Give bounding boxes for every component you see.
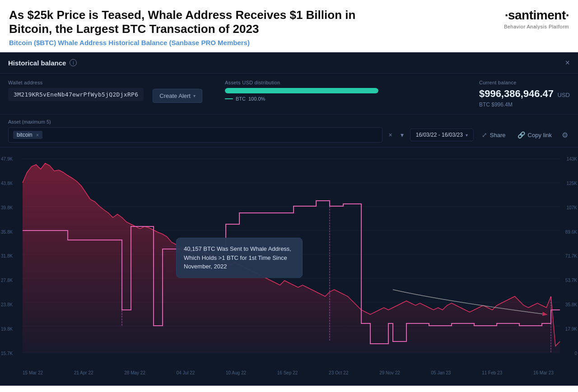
wallet-row: Wallet address 3M219KR5vEneNb47ewrPfWyb5… <box>0 74 578 115</box>
tooltip-text: 40,157 BTC Was Sent to Whale Address, Wh… <box>184 245 291 270</box>
distribution-section: Assets USD distribution BTC 100.0% <box>211 80 452 101</box>
header-right: ·santiment· Behavior Analysis Platform <box>495 8 569 29</box>
distribution-legend: BTC 100.0% <box>225 96 452 101</box>
x-label-8: 29 Nov 22 <box>379 370 400 375</box>
panel-header: Historical balance i × <box>0 52 578 74</box>
historical-balance-panel: Historical balance i × Wallet address 3M… <box>0 52 578 386</box>
panel-title-row: Historical balance i <box>8 59 77 67</box>
balance-btc: BTC $996.4M <box>479 101 570 108</box>
x-label-4: 04 Jul 22 <box>177 370 195 375</box>
santiment-logo: ·santiment· <box>505 8 569 23</box>
dropdown-button[interactable]: ▾ <box>399 131 406 138</box>
x-label-10: 11 Feb 23 <box>482 370 502 375</box>
close-button[interactable]: × <box>565 59 570 67</box>
asset-controls: bitcoin × × ▾ 16/03/22 - 16/03/23 ▾ ⤢ Sh… <box>8 127 570 143</box>
copy-link-label: Copy link <box>528 132 552 138</box>
asset-label: Asset (maximum 5) <box>8 119 570 125</box>
asset-input-box[interactable]: bitcoin × <box>8 127 382 143</box>
panel-title: Historical balance <box>8 59 66 67</box>
create-alert-button[interactable]: Create Alert ▾ <box>153 89 202 103</box>
balance-amount-row: $996,386,946.47 USD <box>479 88 570 100</box>
x-axis: 15 Mar 22 21 Apr 22 28 May 22 04 Jul 22 … <box>0 369 578 377</box>
wallet-label: Wallet address <box>8 80 144 85</box>
distribution-label: Assets USD distribution <box>225 80 452 85</box>
asset-tag-close-icon[interactable]: × <box>36 132 39 138</box>
share-icon: ⤢ <box>482 131 487 138</box>
x-label-5: 10 Aug 22 <box>226 370 246 375</box>
x-label-11: 16 Mar 23 <box>533 370 554 375</box>
page-subtitle: Bitcoin ($BTC) Whale Address Historical … <box>9 39 495 46</box>
x-label-6: 16 Sep 22 <box>277 370 298 375</box>
santiment-tagline: Behavior Analysis Platform <box>504 24 569 29</box>
x-label-9: 05 Jan 23 <box>431 370 451 375</box>
chart-area: 47.9K 43.8K 39.8K 35.8K 31.8K 27.8K 23.8… <box>0 148 578 369</box>
settings-button[interactable]: ⚙ <box>560 129 570 141</box>
x-label-2: 21 Apr 22 <box>74 370 93 375</box>
alert-chevron-icon: ▾ <box>193 93 196 98</box>
balance-label: Current balance <box>479 80 570 85</box>
date-chevron-icon: ▾ <box>466 133 468 138</box>
asset-tag-label: bitcoin <box>17 132 33 138</box>
asset-row: Asset (maximum 5) bitcoin × × ▾ 16/03/22… <box>0 115 578 148</box>
distribution-bar-fill <box>225 88 378 93</box>
btc-legend-dot <box>225 98 233 99</box>
balance-currency: USD <box>558 92 570 98</box>
info-icon[interactable]: i <box>70 59 77 66</box>
asset-tag-bitcoin: bitcoin × <box>13 131 42 139</box>
wallet-address: 3M219KR5vEneNb47ewrPfWyb5jQ2DjxRP6 <box>8 88 144 101</box>
link-icon: 🔗 <box>517 131 525 138</box>
x-label-7: 23 Oct 22 <box>329 370 348 375</box>
wallet-section: Wallet address 3M219KR5vEneNb47ewrPfWyb5… <box>8 80 144 101</box>
clear-button[interactable]: × <box>387 131 394 138</box>
balance-amount: $996,386,946.47 <box>479 88 554 99</box>
legend-asset: BTC <box>236 96 246 101</box>
header-left: As $25k Price is Teased, Whale Address R… <box>9 8 495 46</box>
copy-link-button[interactable]: 🔗 Copy link <box>514 129 555 140</box>
balance-section: Current balance $996,386,946.47 USD BTC … <box>461 80 570 108</box>
x-label-1: 15 Mar 22 <box>23 370 43 375</box>
date-range-label: 16/03/22 - 16/03/23 <box>416 132 463 138</box>
page-header: As $25k Price is Teased, Whale Address R… <box>0 0 578 52</box>
chart-tooltip: 40,157 BTC Was Sent to Whale Address, Wh… <box>176 238 303 278</box>
share-button[interactable]: ⤢ Share <box>478 129 509 140</box>
distribution-bar-container <box>225 88 378 93</box>
x-label-3: 28 May 22 <box>124 370 145 375</box>
alert-btn-container: Create Alert ▾ <box>153 80 202 103</box>
share-label: Share <box>490 132 506 138</box>
page-title: As $25k Price is Teased, Whale Address R… <box>9 8 361 36</box>
legend-pct: 100.0% <box>248 96 265 101</box>
date-range-button[interactable]: 16/03/22 - 16/03/23 ▾ <box>410 129 474 141</box>
